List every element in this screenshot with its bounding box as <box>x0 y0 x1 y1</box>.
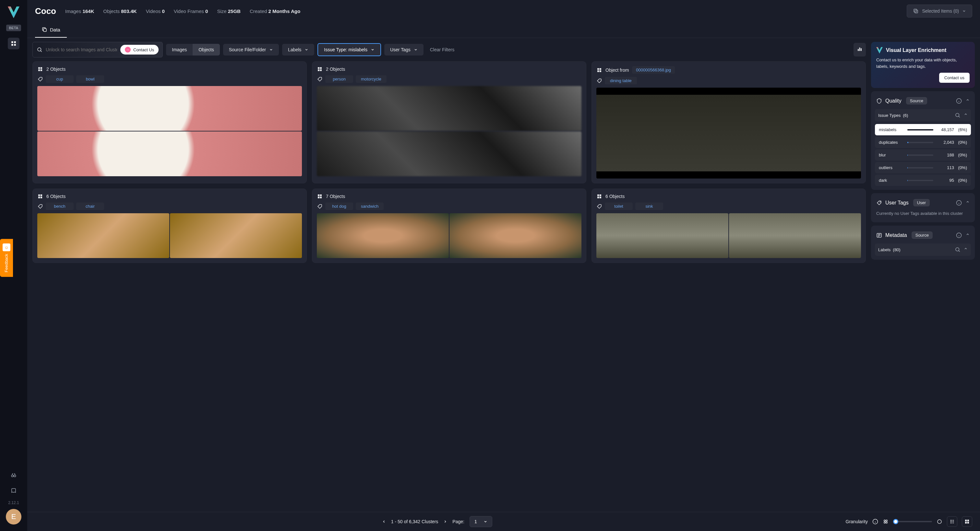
issue-row-outliers[interactable]: outliers113(0%) <box>875 162 971 173</box>
card-image <box>317 86 581 131</box>
issue-bar <box>907 155 933 156</box>
card-header-text: 6 Objects <box>46 194 65 199</box>
cluster-card[interactable]: 2 Objectscupbowl <box>32 61 307 183</box>
tag-chip[interactable]: sink <box>635 203 663 210</box>
svg-rect-1 <box>14 41 16 43</box>
tag-chip[interactable]: toilet <box>605 203 633 210</box>
svg-rect-16 <box>41 69 42 71</box>
filter-objects-btn[interactable]: Objects <box>192 44 220 56</box>
feedback-tab[interactable]: Feedback ☺ <box>0 239 13 277</box>
search-input[interactable] <box>46 47 117 52</box>
issue-pct: (6%) <box>954 127 967 132</box>
issue-name: dark <box>879 178 904 183</box>
chevron-up-icon[interactable] <box>966 200 970 204</box>
svg-point-39 <box>880 202 880 202</box>
svg-rect-54 <box>951 521 952 522</box>
nav-docs-icon[interactable] <box>8 485 19 497</box>
grid-icon <box>597 193 602 199</box>
search-icon[interactable] <box>955 112 961 118</box>
svg-rect-15 <box>38 69 40 71</box>
nav-binoculars-icon[interactable] <box>8 469 19 481</box>
card-header: 7 Objects <box>317 193 581 199</box>
tag-chip[interactable]: person <box>325 75 353 83</box>
metadata-pill[interactable]: Source <box>912 231 933 239</box>
tag-chip[interactable]: chair <box>76 203 104 210</box>
svg-rect-27 <box>38 197 40 198</box>
clear-filters-link[interactable]: Clear Filters <box>427 44 458 56</box>
contact-us-pill[interactable]: → Contact Us <box>120 45 159 54</box>
svg-rect-62 <box>967 522 969 523</box>
card-header: 6 Objects <box>37 193 302 199</box>
svg-rect-56 <box>950 523 951 523</box>
prev-page-icon[interactable] <box>382 520 386 523</box>
enrichment-contact-button[interactable]: Contact us <box>939 73 970 83</box>
grid-icon <box>597 67 602 73</box>
page-select[interactable]: 1 <box>469 516 492 527</box>
issue-row-mislabels[interactable]: mislabels48,157(6%) <box>875 124 971 136</box>
cluster-card[interactable]: 7 Objectshot dogsandwich <box>312 188 586 263</box>
filter-issue-type-dropdown[interactable]: Issue Type: mislabels <box>318 43 381 56</box>
info-icon[interactable] <box>956 98 962 104</box>
logo[interactable] <box>8 6 19 18</box>
tag-icon <box>597 78 602 84</box>
granularity-slider[interactable] <box>893 521 932 522</box>
nav-datasets-icon[interactable] <box>8 38 19 49</box>
chevron-up-icon[interactable] <box>966 98 970 102</box>
issue-row-blur[interactable]: blur188(0%) <box>875 149 971 161</box>
tag-chip[interactable]: motorcycle <box>356 75 387 83</box>
bar-chart-icon <box>857 46 862 52</box>
tab-data[interactable]: Data <box>35 22 67 38</box>
tag-chip[interactable]: cup <box>46 75 73 83</box>
info-icon[interactable] <box>956 233 962 238</box>
info-icon[interactable] <box>956 200 962 206</box>
enrichment-card: Visual Layer Enrichment Contact us to en… <box>871 42 975 88</box>
card-image <box>597 88 861 179</box>
svg-rect-10 <box>858 49 859 51</box>
svg-rect-57 <box>951 523 952 523</box>
tag-chip[interactable]: bowl <box>76 75 104 83</box>
filter-images-btn[interactable]: Images <box>166 44 192 56</box>
selected-items-dropdown[interactable]: Selected Items (0) <box>907 5 972 18</box>
grid-large-button[interactable] <box>962 517 972 527</box>
issue-row-dark[interactable]: dark95(0%) <box>875 175 971 186</box>
svg-rect-23 <box>597 70 599 72</box>
page-title: Coco <box>35 6 56 16</box>
filter-user-tags-dropdown[interactable]: User Tags <box>384 44 423 56</box>
issue-row-duplicates[interactable]: duplicates2,043(0%) <box>875 137 971 148</box>
chevron-up-icon[interactable] <box>964 247 968 250</box>
user-tags-pill[interactable]: User <box>913 199 930 206</box>
topbar: Coco Images 164K Objects 803.4K Videos 0… <box>27 0 980 22</box>
cluster-card[interactable]: 2 Objectspersonmotorcycle <box>312 61 586 183</box>
chart-button[interactable] <box>854 43 866 56</box>
tag-icon <box>37 204 43 209</box>
tag-icon <box>876 200 882 206</box>
filter-labels-dropdown[interactable]: Labels <box>282 44 314 56</box>
info-icon[interactable] <box>872 519 878 525</box>
grid-small-button[interactable] <box>947 517 957 527</box>
tag-chip[interactable]: dining table <box>605 77 637 85</box>
chevron-down-icon <box>371 48 375 52</box>
metadata-section: Metadata Source Labels (80) <box>871 226 975 260</box>
svg-rect-36 <box>600 197 601 198</box>
chevron-up-icon[interactable] <box>964 112 968 116</box>
card-header-text: 6 Objects <box>605 194 625 199</box>
tag-chip[interactable]: sandwich <box>356 203 383 210</box>
chevron-down-icon <box>484 520 487 523</box>
cluster-card[interactable]: 6 Objectstoiletsink <box>592 188 866 263</box>
card-header: 2 Objects <box>317 66 581 72</box>
chevron-up-icon[interactable] <box>966 233 970 236</box>
tag-chip[interactable]: bench <box>46 203 73 210</box>
next-page-icon[interactable] <box>443 520 447 523</box>
issue-name: mislabels <box>879 127 904 132</box>
search-icon[interactable] <box>955 247 961 252</box>
svg-rect-19 <box>318 69 320 71</box>
avatar[interactable]: E <box>6 509 21 525</box>
cluster-card[interactable]: 6 Objectsbenchchair <box>32 188 307 263</box>
quality-source-pill[interactable]: Source <box>906 97 927 105</box>
svg-rect-32 <box>320 197 322 198</box>
chevron-down-icon <box>414 48 418 52</box>
tag-chip[interactable]: hot dog <box>325 203 353 210</box>
filter-source-dropdown[interactable]: Source File/Folder <box>223 44 279 56</box>
source-chip[interactable]: 000000566368.jpg <box>632 66 675 74</box>
cluster-card[interactable]: Object from000000566368.jpgdining table <box>592 61 866 183</box>
